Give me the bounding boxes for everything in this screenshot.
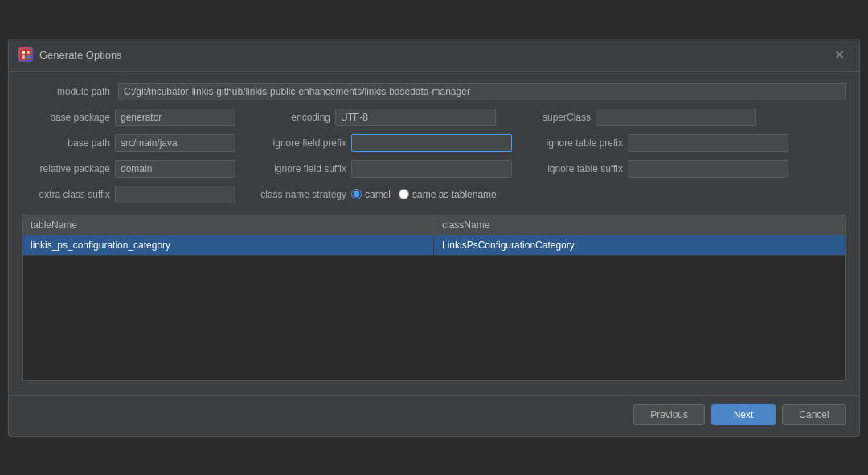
radio-camel-text: camel [365,189,391,200]
previous-button[interactable]: Previous [633,404,705,425]
close-button[interactable]: ✕ [829,46,850,64]
table-row[interactable]: linkis_ps_configuration_category LinkisP… [23,235,845,256]
table-header: tableName className [23,215,845,235]
cell-class-name: LinkisPsConfigurationCategory [434,235,845,255]
class-table: tableName className linkis_ps_configurat… [22,215,846,381]
ignore-table-prefix-input[interactable] [628,134,788,152]
col-relative-package: relative package [22,160,235,178]
title-bar: Generate Options ✕ [9,39,859,72]
encoding-label: encoding [242,112,330,123]
ignore-table-suffix-input[interactable] [628,160,788,178]
col-header-class-name: className [434,215,845,235]
ignore-field-prefix-label: ignore field prefix [242,137,346,149]
extra-class-suffix-input[interactable] [115,186,235,203]
base-package-label: base package [22,112,110,123]
encoding-input[interactable] [335,109,496,126]
col-super-class: superClass [502,109,756,126]
dialog-content: module path base package encoding superC… [9,72,859,395]
module-path-row: module path [22,83,846,100]
next-button[interactable]: Next [711,404,776,425]
extra-class-suffix-label: extra class suffix [22,189,110,200]
radio-same-as-tablename-label[interactable]: same as tablename [399,189,497,200]
relative-package-input[interactable] [115,160,235,178]
row-base-package: base package encoding superClass [22,109,846,126]
row-extra-class-suffix: extra class suffix class name strategy c… [22,186,846,203]
radio-camel[interactable] [351,189,362,199]
footer: Previous Next Cancel [9,395,859,436]
module-path-input[interactable] [118,83,846,100]
col-class-name-strategy: class name strategy camel same as tablen… [242,189,497,200]
col-encoding: encoding [242,109,496,126]
super-class-input[interactable] [596,109,756,126]
super-class-label: superClass [502,112,591,123]
col-ignore-field-prefix: ignore field prefix [242,134,512,152]
row-base-path: base path ignore field prefix ignore tab… [22,134,846,152]
class-name-strategy-label: class name strategy [242,189,346,200]
cell-table-name: linkis_ps_configuration_category [23,235,434,255]
svg-rect-4 [27,55,30,59]
col-base-package: base package [22,109,235,126]
col-header-table-name: tableName [23,215,434,235]
cancel-button[interactable]: Cancel [782,404,846,425]
base-path-input[interactable] [115,134,235,152]
radio-group-class-name-strategy: camel same as tablename [351,189,497,200]
svg-rect-2 [27,51,30,54]
svg-rect-0 [20,49,31,60]
module-path-label: module path [22,86,110,97]
base-path-label: base path [22,137,110,149]
svg-rect-3 [22,55,25,59]
app-icon [18,47,33,62]
col-ignore-table-suffix: ignore table suffix [518,160,788,178]
col-ignore-field-suffix: ignore field suffix [242,160,512,178]
ignore-field-prefix-input[interactable] [351,134,512,152]
ignore-field-suffix-label: ignore field suffix [242,163,346,174]
col-base-path: base path [22,134,235,152]
table-body: linkis_ps_configuration_category LinkisP… [23,235,845,380]
relative-package-label: relative package [22,163,110,174]
radio-same-as-tablename[interactable] [399,189,409,199]
ignore-table-prefix-label: ignore table prefix [518,137,623,149]
col-extra-class-suffix: extra class suffix [22,186,235,203]
radio-same-as-tablename-text: same as tablename [412,189,497,200]
ignore-field-suffix-input[interactable] [351,160,512,178]
svg-rect-1 [22,51,25,54]
radio-camel-label[interactable]: camel [351,189,391,200]
dialog-title: Generate Options [39,49,122,61]
ignore-table-suffix-label: ignore table suffix [518,163,623,174]
row-relative-package: relative package ignore field suffix ign… [22,160,846,178]
generate-options-dialog: Generate Options ✕ module path base pack… [8,39,860,437]
col-ignore-table-prefix: ignore table prefix [518,134,788,152]
base-package-input[interactable] [115,109,235,126]
title-bar-left: Generate Options [18,47,122,62]
